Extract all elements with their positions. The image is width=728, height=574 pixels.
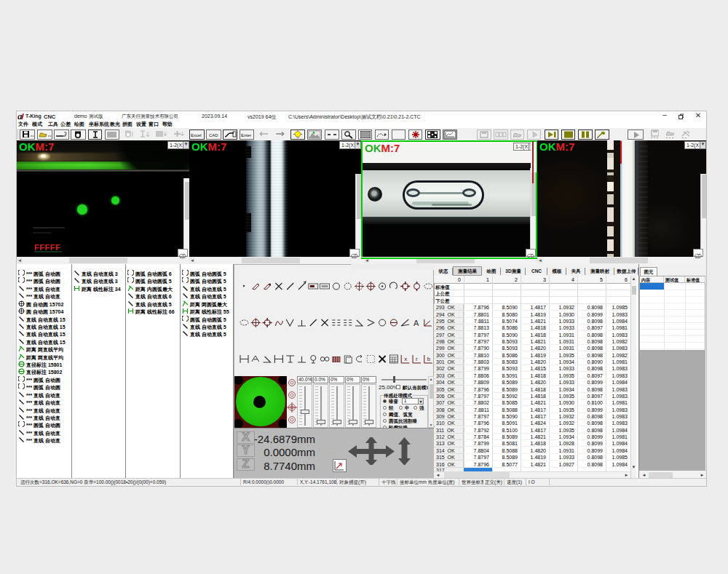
svg-text:r: r xyxy=(416,356,418,362)
svg-text:Enter: Enter xyxy=(241,133,251,137)
svg-text:b: b xyxy=(427,356,431,362)
svg-text:CAD: CAD xyxy=(209,133,218,137)
svg-text:x: x xyxy=(404,356,407,362)
svg-text:Excel: Excel xyxy=(191,133,202,137)
svg-text:A: A xyxy=(414,319,419,327)
